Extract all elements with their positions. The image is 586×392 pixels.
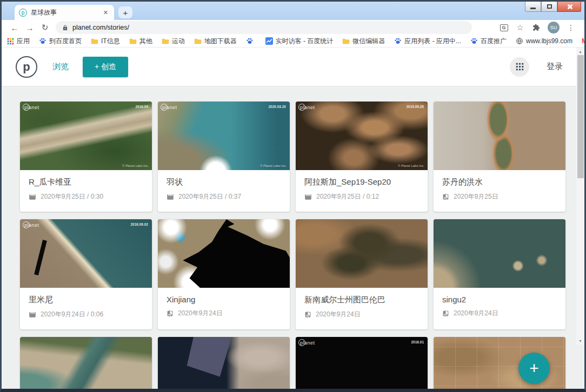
bookmark-baidu-promo[interactable]: 百度推广 xyxy=(470,37,507,46)
story-date: 2020年9月25日 / 0:12 xyxy=(316,192,379,201)
planet-watermark: planet xyxy=(24,105,39,110)
story-meta: 2020年9月25日 / 0:12 xyxy=(304,192,419,201)
story-date: 2020年9月24日 xyxy=(316,310,361,319)
bookmark-label: 实时访客 - 百度统计 xyxy=(276,37,334,46)
story-card[interactable]: 苏丹的洪水 2020年9月25日 xyxy=(434,102,565,212)
bookmark-label: 微信编辑器 xyxy=(352,37,385,46)
address-bar[interactable]: planet.com/stories/ xyxy=(56,21,472,34)
story-meta: 2020年9月25日 / 0:37 xyxy=(167,192,281,201)
minimize-button[interactable] xyxy=(525,2,541,12)
bookmark-star-icon[interactable]: ☆ xyxy=(512,23,528,32)
attribution: © Planet Labs Inc. xyxy=(260,164,287,167)
bookmark-label: 运动 xyxy=(172,37,185,46)
maximize-button[interactable] xyxy=(541,2,557,12)
story-card[interactable]: planet 2016.01 xyxy=(296,337,428,390)
story-thumbnail: planet 2016.09 © Planet Labs Inc. xyxy=(20,102,152,170)
scroll-up-icon[interactable]: ▲ xyxy=(576,48,584,55)
back-icon[interactable]: ← xyxy=(7,23,22,32)
tab-close-icon[interactable]: ✕ xyxy=(102,9,110,16)
story-title: 阿拉斯加_Sep19-Sep20 xyxy=(304,177,419,187)
bookmark-gmail[interactable]: MGmail xyxy=(582,37,586,45)
story-title: singu2 xyxy=(442,295,557,304)
compare-icon xyxy=(304,311,311,318)
scrollbar-thumb[interactable] xyxy=(577,55,584,178)
card-info: 阿拉斯加_Sep19-Sep20 2020年9月25日 / 0:12 xyxy=(296,170,428,201)
new-tab-button[interactable]: + xyxy=(118,6,132,18)
browser-window: p 星球故事 ✕ + ← → ↻ planet.com/stories/ G ☆… xyxy=(0,0,586,392)
apps-grid-button[interactable] xyxy=(510,57,529,77)
page-scrollbar[interactable]: ▲ ▼ xyxy=(576,48,584,344)
bookmark-wechat-editor[interactable]: 微信编辑器 xyxy=(342,37,385,46)
bookmark-label: www.lbjs99.com xyxy=(526,37,572,45)
window-controls xyxy=(525,2,581,12)
grid-icon xyxy=(516,63,524,71)
planet-logo[interactable]: p xyxy=(16,56,37,78)
story-card[interactable]: 新南威尔士州图巴伦巴 2020年9月24日 xyxy=(296,219,428,329)
maximize-icon xyxy=(547,4,552,9)
story-thumbnail xyxy=(296,219,428,288)
tab-title: 星球故事 xyxy=(31,8,102,17)
apps-grid-icon xyxy=(7,38,14,45)
bookmark-baidu-home[interactable]: 到百度首页 xyxy=(39,37,82,46)
bookmark-folder-other[interactable]: 其他 xyxy=(129,37,152,46)
menu-kebab-icon[interactable]: ⋮ xyxy=(563,23,579,32)
card-info: 羽状 2020年9月25日 / 0:37 xyxy=(158,170,290,201)
story-title: 苏丹的洪水 xyxy=(442,177,557,187)
bookmark-lbjs[interactable]: www.lbjs99.com xyxy=(516,37,572,45)
bookmark-apps[interactable]: 应用 xyxy=(7,37,30,46)
story-card[interactable] xyxy=(158,337,290,390)
story-meta: 2020年9月24日 / 0:06 xyxy=(29,310,143,319)
bookmark-label: 地图下载器 xyxy=(204,37,237,46)
baidu-paw-icon xyxy=(39,37,46,45)
movie-icon xyxy=(167,193,174,201)
chart-icon xyxy=(265,37,273,45)
bookmark-app-list[interactable]: 应用列表 - 应用中... xyxy=(394,37,461,46)
browser-tab[interactable]: p 星球故事 ✕ xyxy=(15,5,114,20)
reload-icon[interactable]: ↻ xyxy=(37,23,52,32)
story-meta: 2020年9月25日 / 0:30 xyxy=(29,192,143,201)
profile-avatar[interactable]: SU xyxy=(548,22,560,33)
story-thumbnail xyxy=(434,219,565,288)
extension-puzzle-icon[interactable] xyxy=(528,24,544,31)
story-date: 2020年9月24日 / 0:06 xyxy=(41,310,103,319)
story-title: 羽状 xyxy=(167,177,281,187)
login-link[interactable]: 登录 xyxy=(547,62,563,72)
bookmark-folder-sport[interactable]: 运动 xyxy=(162,37,185,46)
close-button[interactable] xyxy=(557,2,581,12)
page-header: p 浏览 + 创造 登录 xyxy=(2,48,584,86)
attribution: © Planet Labs Inc. xyxy=(398,164,424,167)
card-info: singu2 2020年9月24日 xyxy=(434,288,565,318)
browser-toolbar: ← → ↻ planet.com/stories/ G ☆ SU ⋮ xyxy=(2,20,584,35)
bookmark-folder-map[interactable]: 地图下载器 xyxy=(194,37,237,46)
story-card[interactable]: planet 2016.09.02 里米尼 2020年9月24日 / 0:06 xyxy=(20,219,152,329)
story-meta: 2020年9月24日 xyxy=(304,310,419,319)
minimize-icon xyxy=(530,8,536,9)
story-date: 2020年9月25日 / 0:37 xyxy=(178,192,241,201)
story-title: Xinjiang xyxy=(167,295,281,304)
stories-grid: planet 2016.09 © Planet Labs Inc. R_瓜卡维亚… xyxy=(2,86,584,390)
baidu-paw-icon xyxy=(470,37,478,45)
bookmark-paw-only[interactable] xyxy=(246,37,256,45)
planet-favicon-icon: p xyxy=(19,9,27,17)
story-card[interactable]: Xinjiang 2020年9月24日 xyxy=(158,219,290,329)
story-card[interactable]: singu2 2020年9月24日 xyxy=(434,219,565,329)
story-card[interactable]: planet 2016.09 © Planet Labs Inc. R_瓜卡维亚… xyxy=(20,102,152,212)
translate-icon[interactable]: G xyxy=(496,24,512,31)
nav-browse-link[interactable]: 浏览 xyxy=(52,62,69,72)
compare-icon xyxy=(442,193,449,200)
story-title: 新南威尔士州图巴伦巴 xyxy=(304,295,419,305)
story-card[interactable]: planet 2020.03.20 © Planet Labs Inc. 羽状 … xyxy=(158,102,290,212)
create-button[interactable]: + 创造 xyxy=(83,57,128,77)
story-meta: 2020年9月24日 xyxy=(167,309,281,318)
bookmark-folder-it[interactable]: IT信息 xyxy=(91,37,120,46)
folder-icon xyxy=(129,37,137,45)
add-story-fab[interactable]: + xyxy=(518,353,550,384)
story-card[interactable] xyxy=(20,337,152,390)
bookmark-label: 百度推广 xyxy=(481,37,507,46)
story-thumbnail: planet 2019.09.25 © Planet Labs Inc. xyxy=(296,102,428,170)
planet-watermark: planet xyxy=(162,105,177,110)
forward-icon[interactable]: → xyxy=(22,23,37,32)
scroll-down-icon[interactable]: ▼ xyxy=(576,337,584,344)
bookmark-stats[interactable]: 实时访客 - 百度统计 xyxy=(265,37,334,46)
story-card[interactable]: planet 2019.09.25 © Planet Labs Inc. 阿拉斯… xyxy=(296,102,428,212)
